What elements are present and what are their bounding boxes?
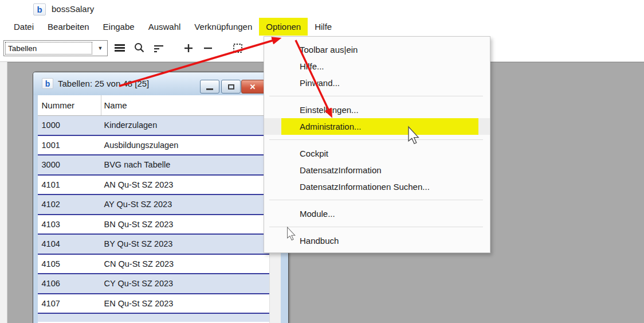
cell-nummer: 4101 [38,176,101,194]
menu-separator [269,227,483,227]
options-menu-item-handbuch[interactable]: Handbuch [264,232,490,249]
cell-name: CY Qu-St SZ 2023 [101,274,269,293]
menubar-item-hilfe[interactable]: Hilfe [308,18,339,36]
cell-name: EN Qu-St SZ 2023 [101,294,269,313]
menu-item-label: Administration... [300,122,362,131]
cell-name: BY Qu-St SZ 2023 [101,235,269,254]
cell-name: AN Qu-St SZ 2023 [101,176,269,194]
cell-nummer: 4102 [38,195,101,214]
workspace-left-strip [0,62,7,323]
menu-item-label: DatensatzInformation [300,165,382,175]
options-menu-item-toolbar-aus-ein[interactable]: Toolbar aus|ein [264,41,490,58]
app-window: b bossSalary DateiBearbeitenEingabeAuswa… [0,0,644,323]
options-menu-item-einstellungen[interactable]: Einstellungen... [264,102,490,118]
menubar-item-datei[interactable]: Datei [7,18,41,36]
menu-separator [269,200,483,200]
cell-name: Kinderzulagen [101,116,269,135]
minimize-button[interactable] [200,80,219,94]
cell-nummer: 1001 [38,136,101,155]
cell-nummer: 4107 [38,294,101,313]
close-icon: ✕ [250,83,256,91]
menubar-item-optionen[interactable]: Optionen [259,18,308,36]
cell-nummer: 4103 [38,215,101,234]
menubar: DateiBearbeitenEingabeAuswahlVerknüpfung… [0,18,644,36]
restore-button[interactable] [221,80,241,94]
options-menu-item-pinwand[interactable]: Pinwand... [264,75,490,91]
tables-window-titlebar[interactable]: b Tabellen: 25 von 48 [25] ✕ [33,72,288,95]
menu-item-label: Einstellungen... [300,105,359,115]
table-row-4106[interactable]: 4106CY Qu-St SZ 2023 [38,274,269,294]
app-title: bossSalary [52,4,94,14]
menu-item-label: Handbuch [300,236,339,246]
cell-nummer: 4104 [38,235,101,254]
zoom-in-icon[interactable] [181,41,196,56]
toolbar-icons [112,40,245,56]
zoom-out-icon[interactable] [201,41,215,56]
table-row-4105[interactable]: 4105CN Qu-St SZ 2023 [38,255,269,275]
menu-item-label: Hilfe... [300,61,324,71]
partial-row [38,314,269,322]
menu-item-label: DatensatzInformationen Suchen... [300,182,430,192]
menubar-item-eingabe[interactable]: Eingabe [96,18,142,36]
selection-frame-icon[interactable] [230,41,245,56]
minimize-icon [206,88,213,90]
cell-name: AY Qu-St SZ 2023 [101,195,269,214]
table-row-1001[interactable]: 1001Ausbildungszulagen [38,136,269,156]
menu-separator [269,139,483,140]
cell-nummer: 3000 [38,155,101,174]
options-menu-item-hilfe[interactable]: Hilfe... [264,58,490,75]
menubar-item-verkn-pfungen[interactable]: Verknüpfungen [187,18,259,36]
tables-window-title: Tabellen: 25 von 48 [25] [58,79,149,88]
table-row-1000[interactable]: 1000Kinderzulagen [38,116,269,136]
cell-nummer: 4106 [38,274,101,293]
menubar-item-bearbeiten[interactable]: Bearbeiten [41,18,96,36]
sort-icon[interactable] [151,41,166,56]
menu-item-label: Toolbar aus|ein [300,45,358,55]
menu-separator [269,96,483,96]
grid-header: Nummer Name [38,95,269,116]
cell-nummer: 1000 [38,116,101,135]
cell-name: BVG nach Tabelle [101,155,269,174]
menubar-item-auswahl[interactable]: Auswahl [142,18,188,36]
view-selector-value: Tabellen [5,42,92,55]
grid-rows: 1000Kinderzulagen1001Ausbildungszulagen3… [38,116,269,314]
table-row-4104[interactable]: 4104BY Qu-St SZ 2023 [38,235,269,255]
options-menu-item-module[interactable]: Module... [264,205,490,222]
table-row-4101[interactable]: 4101AN Qu-St SZ 2023 [38,176,269,196]
column-header-name[interactable]: Name [101,95,269,115]
options-menu-item-datensatzinformation[interactable]: DatensatzInformation [264,162,490,178]
options-menu-item-datensatzinformationen-suchen[interactable]: DatensatzInformationen Suchen... [264,178,490,195]
cell-name: CN Qu-St SZ 2023 [101,255,269,274]
cell-nummer: 4105 [38,255,101,274]
column-header-nummer[interactable]: Nummer [38,95,101,115]
combo-dropdown-arrow-icon[interactable]: ▼ [93,41,107,56]
table-row-4107[interactable]: 4107EN Qu-St SZ 2023 [38,294,269,314]
options-menu-item-administration[interactable]: Administration... [264,118,490,135]
table-row-3000[interactable]: 3000BVG nach Tabelle [38,155,269,176]
search-icon[interactable] [132,41,147,56]
options-dropdown-menu: Toolbar aus|einHilfe...Pinwand...Einstel… [264,36,490,253]
app-logo-icon: b [33,3,46,15]
app-titlebar: b bossSalary [0,0,644,18]
options-menu-item-cockpit[interactable]: Cockpit [264,145,490,162]
table-row-4102[interactable]: 4102AY Qu-St SZ 2023 [38,195,269,215]
cell-name: BN Qu-St SZ 2023 [101,215,269,234]
menu-item-label: Pinwand... [300,78,340,88]
tables-grid: Nummer Name 1000Kinderzulagen1001Ausbild… [38,95,281,323]
list-icon[interactable] [112,41,127,56]
table-row-4103[interactable]: 4103BN Qu-St SZ 2023 [38,215,269,235]
cell-name: Ausbildungszulagen [101,136,269,155]
window-logo-icon: b [42,78,53,89]
tables-window: b Tabellen: 25 von 48 [25] ✕ Nummer Name… [33,72,289,323]
menu-item-label: Module... [300,209,335,219]
menu-item-label: Cockpit [300,149,328,158]
restore-icon [228,84,234,89]
view-selector-combobox[interactable]: Tabellen ▼ [3,40,108,56]
